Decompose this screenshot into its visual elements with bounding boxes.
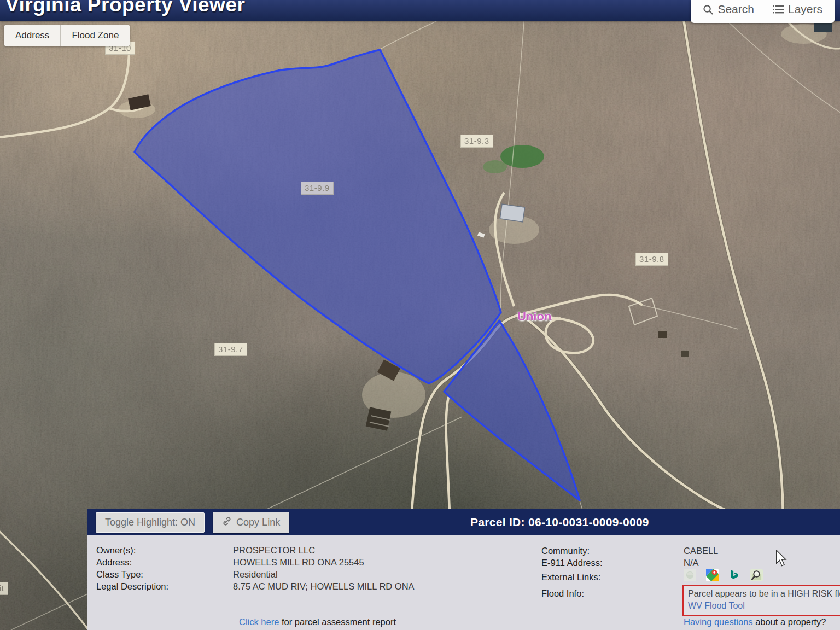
community-label: Community: xyxy=(541,546,590,556)
tab-address[interactable]: Address xyxy=(4,25,60,46)
owner-value: PROSPECTOR LLC xyxy=(233,544,315,556)
assessment-report-text: for parcel assessment report xyxy=(279,617,396,627)
search-icon xyxy=(703,4,713,15)
details-left-column: Owner(s): PROSPECTOR LLC Address: HOWELL… xyxy=(96,544,415,592)
place-label-union: Union xyxy=(517,310,551,324)
parcel-details-panel: Owner(s): PROSPECTOR LLC Address: HOWELL… xyxy=(88,535,840,630)
flood-info-box: Parcel appears to be in a HIGH RISK floo… xyxy=(682,585,840,616)
e911-label: E-911 Address: xyxy=(541,558,603,568)
copy-link-label: Copy Link xyxy=(236,517,280,528)
class-type-value: Residential xyxy=(233,568,278,580)
google-earth-icon[interactable] xyxy=(684,569,696,581)
google-maps-icon[interactable] xyxy=(706,569,719,581)
details-divider xyxy=(88,614,840,614)
questions-text: about a property? xyxy=(753,617,826,627)
legal-description-value: 8.75 AC MUD RIV; HOWELLS MILL RD ONA xyxy=(233,580,415,592)
external-links xyxy=(684,569,763,581)
parcel-label-clipped: it xyxy=(0,582,8,595)
search-label: Search xyxy=(718,3,754,16)
flood-risk-text: Parcel appears to be in a HIGH RISK floo… xyxy=(688,588,840,600)
address-label: Address: xyxy=(96,556,233,568)
tab-flood-zone[interactable]: Flood Zone xyxy=(60,25,130,46)
e911-value: N/A xyxy=(684,558,699,568)
parcel-id-text: Parcel ID: 06-10-0031-0009-0009 xyxy=(470,509,649,535)
legal-description-label: Legal Description: xyxy=(96,580,233,592)
layers-label: Layers xyxy=(788,3,822,16)
class-type-row: Class Type: Residential xyxy=(96,568,415,580)
parcel-label-31-9-7: 31-9.7 xyxy=(214,343,247,356)
page-title: Virginia Property Viewer xyxy=(5,0,245,16)
bing-maps-icon[interactable] xyxy=(728,569,740,581)
search-mode-tabs: Address Flood Zone xyxy=(4,25,130,46)
owner-row: Owner(s): PROSPECTOR LLC xyxy=(96,544,415,556)
property-viewer-app: 31-10 31-9.3 31-9.9 31-9.8 31-9.7 it Uni… xyxy=(0,0,840,630)
click-here-link[interactable]: Click here xyxy=(239,617,279,627)
address-value: HOWELLS MILL RD ONA 25545 xyxy=(233,556,364,568)
flood-info-label: Flood Info: xyxy=(541,588,584,599)
address-row: Address: HOWELLS MILL RD ONA 25545 xyxy=(96,556,415,568)
copy-link-button[interactable]: Copy Link xyxy=(213,512,289,533)
layers-button[interactable]: Layers xyxy=(773,3,822,16)
toggle-highlight-button[interactable]: Toggle Highlight: ON xyxy=(96,512,205,533)
parcel-label-31-9-9: 31-9.9 xyxy=(301,182,334,195)
questions-line: Having questions about a property? xyxy=(684,617,826,627)
external-links-label: External Links: xyxy=(541,572,600,582)
map-controls: Search Layers xyxy=(691,0,835,23)
parcel-highlight[interactable] xyxy=(135,50,580,500)
layers-list-icon xyxy=(773,4,784,14)
parcel-label-31-9-8: 31-9.8 xyxy=(635,253,668,266)
class-type-label: Class Type: xyxy=(96,568,233,580)
legal-description-row: Legal Description: 8.75 AC MUD RIV; HOWE… xyxy=(96,580,415,592)
toggle-highlight-label: Toggle Highlight: ON xyxy=(105,517,195,528)
link-icon xyxy=(222,516,232,529)
parcel-label-31-9-3: 31-9.3 xyxy=(460,135,493,148)
owner-label: Owner(s): xyxy=(96,544,233,556)
parcel-toolbar: Toggle Highlight: ON Copy Link Parcel ID… xyxy=(88,509,840,535)
parcel-search-icon[interactable] xyxy=(750,569,763,581)
wv-flood-tool-link[interactable]: WV Flood Tool xyxy=(688,600,840,612)
search-button[interactable]: Search xyxy=(703,3,754,16)
having-questions-link[interactable]: Having questions xyxy=(684,617,753,627)
details-right-column: Community: CABELL E-911 Address: N/A Ext… xyxy=(541,535,840,630)
community-value: CABELL xyxy=(684,546,718,556)
assessment-report-line: Click here for parcel assessment report xyxy=(239,617,396,627)
